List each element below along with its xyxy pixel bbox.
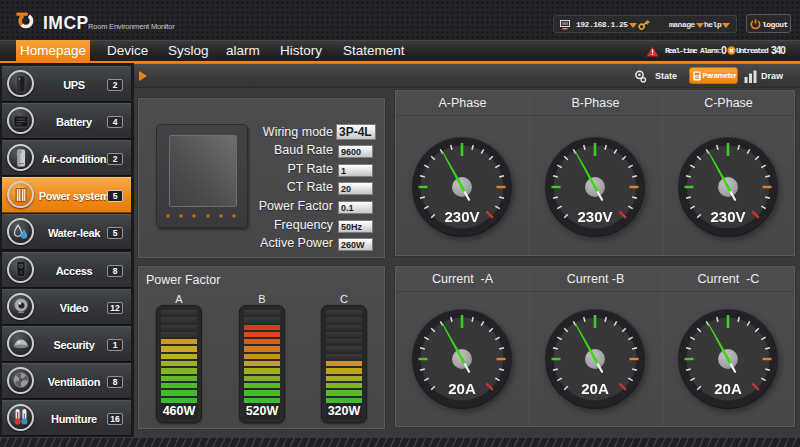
svg-text:20A: 20A [581,380,609,397]
svg-text:20A: 20A [448,380,476,397]
svg-text:20A: 20A [714,380,742,397]
svg-text:230V: 230V [577,208,612,225]
svg-text:230V: 230V [710,208,745,225]
svg-text:230V: 230V [444,208,479,225]
